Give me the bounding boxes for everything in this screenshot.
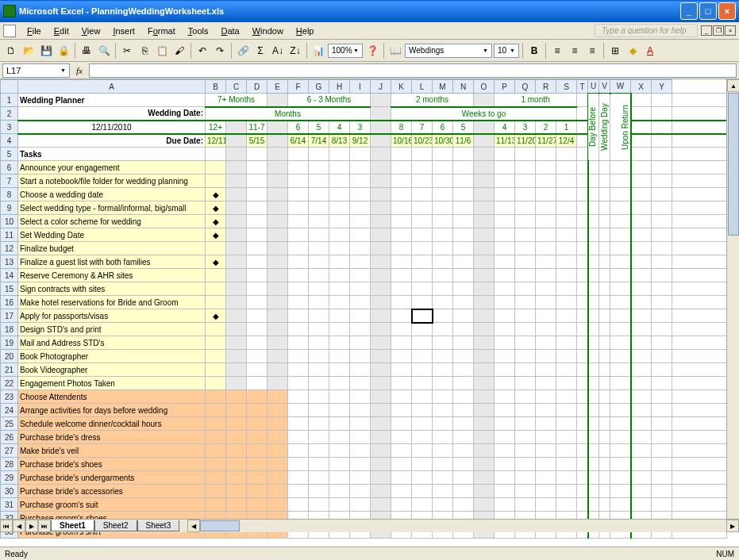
cell[interactable] (672, 148, 727, 161)
cell[interactable] (515, 350, 536, 363)
cell[interactable] (556, 175, 577, 188)
cell[interactable] (329, 282, 350, 296)
cell[interactable] (474, 201, 495, 215)
cell[interactable]: 11/6 (453, 134, 474, 148)
cell[interactable] (391, 215, 412, 228)
cell[interactable] (453, 390, 474, 404)
cell[interactable] (652, 175, 672, 188)
cell[interactable]: Purchase bride's shoes (18, 458, 206, 471)
cell[interactable] (268, 431, 288, 444)
cell[interactable] (577, 255, 588, 269)
col-header[interactable]: T (577, 80, 588, 94)
cell[interactable] (577, 336, 588, 350)
font-combo[interactable]: Webdings▼ (405, 44, 492, 58)
row-header[interactable]: 18 (1, 323, 18, 336)
cell[interactable] (577, 148, 588, 161)
cell[interactable] (652, 296, 672, 309)
cell[interactable] (226, 201, 247, 215)
cell[interactable] (495, 471, 515, 485)
cell[interactable] (610, 417, 631, 431)
cell[interactable] (672, 188, 727, 201)
cell[interactable] (206, 242, 226, 255)
cell[interactable] (268, 471, 288, 485)
cell[interactable] (206, 471, 226, 485)
chart-icon[interactable]: 📊 (310, 43, 326, 59)
cell[interactable] (247, 188, 268, 201)
cell[interactable] (371, 458, 391, 471)
cell[interactable] (206, 363, 226, 377)
cell[interactable] (652, 363, 672, 377)
cell[interactable] (588, 363, 599, 377)
cell[interactable] (433, 336, 453, 350)
cell[interactable] (515, 188, 536, 201)
cell[interactable] (672, 94, 727, 107)
cell[interactable] (433, 323, 453, 336)
cell[interactable] (371, 363, 391, 377)
cell[interactable] (495, 282, 515, 296)
cell[interactable] (652, 458, 672, 471)
cell[interactable] (350, 444, 371, 458)
cell[interactable]: 8/13 (329, 134, 350, 148)
cell[interactable] (495, 242, 515, 255)
cell[interactable] (577, 296, 588, 309)
cell[interactable] (433, 228, 453, 242)
cell[interactable] (371, 471, 391, 485)
cell[interactable] (495, 350, 515, 363)
cell[interactable] (631, 404, 652, 417)
cell[interactable] (206, 161, 226, 175)
cell[interactable] (588, 336, 599, 350)
scroll-up-button[interactable]: ▲ (727, 79, 739, 92)
cell[interactable] (309, 417, 329, 431)
cell[interactable] (329, 404, 350, 417)
cell[interactable] (577, 94, 588, 107)
cell[interactable] (329, 242, 350, 255)
cell[interactable]: Choose Attendents (18, 390, 206, 404)
cell[interactable] (495, 215, 515, 228)
cell[interactable] (495, 485, 515, 498)
cell[interactable] (610, 431, 631, 444)
cell[interactable] (371, 201, 391, 215)
cell[interactable] (453, 404, 474, 417)
cell[interactable] (556, 458, 577, 471)
cell[interactable] (206, 323, 226, 336)
cell[interactable] (631, 444, 652, 458)
sheet-tab-2[interactable]: Sheet2 (94, 520, 137, 531)
cell[interactable] (206, 377, 226, 390)
cell[interactable] (453, 282, 474, 296)
cell[interactable] (577, 404, 588, 417)
scroll-right-button[interactable]: ▶ (726, 520, 739, 532)
cell[interactable] (495, 431, 515, 444)
cell[interactable] (631, 309, 652, 323)
cell[interactable] (412, 471, 433, 485)
menu-help[interactable]: Help (290, 25, 321, 37)
tab-nav-last[interactable]: ⏭ (38, 520, 51, 532)
cell[interactable] (515, 444, 536, 458)
cell[interactable] (536, 255, 556, 269)
cell[interactable] (433, 444, 453, 458)
cell[interactable] (474, 444, 495, 458)
cell[interactable]: 11-7 (247, 121, 268, 134)
cell[interactable] (350, 255, 371, 269)
cell[interactable] (247, 161, 268, 175)
cell[interactable] (631, 350, 652, 363)
cell[interactable]: Finalize a guest list with both families (18, 255, 206, 269)
inner-restore-button[interactable]: ❐ (713, 25, 724, 36)
cell[interactable] (288, 309, 309, 323)
cell[interactable] (453, 323, 474, 336)
cell[interactable] (631, 201, 652, 215)
cell[interactable] (371, 377, 391, 390)
minimize-button[interactable]: _ (680, 2, 698, 20)
cell[interactable] (474, 94, 495, 107)
cell[interactable] (433, 148, 453, 161)
close-button[interactable]: × (718, 2, 736, 20)
cell[interactable] (433, 471, 453, 485)
grid-row[interactable]: 1Wedding Planner7+ Months6 - 3 Months2 m… (1, 94, 727, 107)
cell[interactable] (433, 255, 453, 269)
cell[interactable] (536, 444, 556, 458)
cell[interactable] (350, 363, 371, 377)
cell[interactable] (433, 485, 453, 498)
cell[interactable] (288, 363, 309, 377)
cell[interactable]: Book Photographer (18, 350, 206, 363)
cell[interactable] (391, 363, 412, 377)
cell[interactable] (652, 215, 672, 228)
